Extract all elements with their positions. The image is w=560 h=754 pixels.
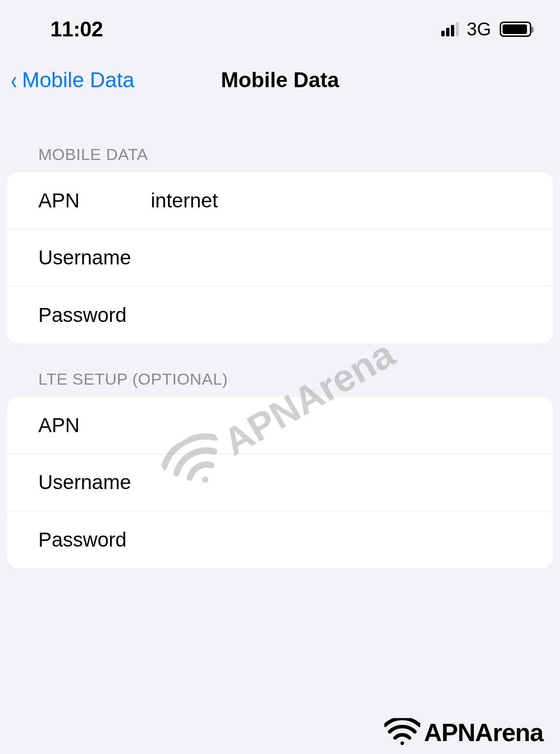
lte-username-label: Username [38,471,151,494]
status-time: 11:02 [50,17,103,41]
status-bar: 11:02 3G [0,0,560,51]
apn-input[interactable] [151,189,522,212]
row-apn[interactable]: APN [7,172,553,229]
chevron-left-icon: ‹ [11,65,17,95]
page-title: Mobile Data [221,68,339,92]
apn-label: APN [38,189,151,212]
row-lte-password[interactable]: Password [7,511,553,568]
network-type: 3G [467,19,491,40]
row-lte-apn[interactable]: APN [7,397,553,454]
group-lte: APN Username Password [7,397,553,568]
watermark-bottom: APNArena [384,718,543,747]
content: MOBILE DATA APN Username Password LTE SE… [0,119,560,568]
lte-username-input[interactable] [151,471,522,494]
lte-password-input[interactable] [151,528,522,551]
signal-icon [441,22,459,36]
password-input[interactable] [151,304,522,327]
lte-password-label: Password [38,528,151,551]
username-label: Username [38,246,151,269]
group-mobile-data: APN Username Password [7,172,553,343]
row-password[interactable]: Password [7,286,553,343]
row-lte-username[interactable]: Username [7,454,553,511]
back-label: Mobile Data [22,68,134,92]
section-header-mobile-data: MOBILE DATA [7,119,553,172]
battery-icon [500,22,531,37]
lte-apn-label: APN [38,414,151,437]
lte-apn-input[interactable] [151,414,522,437]
password-label: Password [38,304,151,327]
section-header-lte: LTE SETUP (OPTIONAL) [7,343,553,397]
status-indicators: 3G [441,19,531,40]
nav-bar: ‹ Mobile Data Mobile Data [0,51,560,119]
row-username[interactable]: Username [7,229,553,286]
wifi-icon [384,718,420,747]
watermark-text: APNArena [424,718,543,747]
username-input[interactable] [151,246,522,269]
back-button[interactable]: ‹ Mobile Data [10,65,134,95]
